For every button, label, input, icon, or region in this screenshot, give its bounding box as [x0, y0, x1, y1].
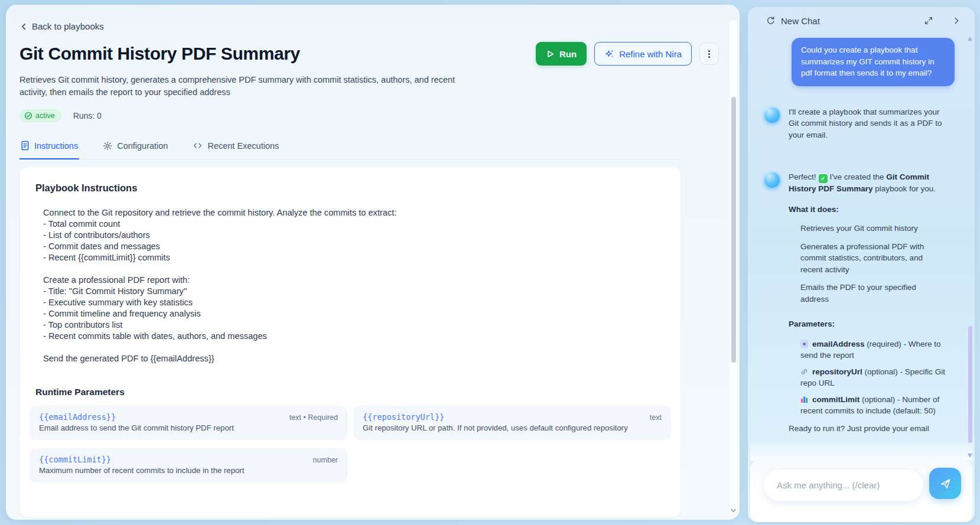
play-icon — [546, 50, 555, 58]
instructions-text: Connect to the Git repository and retrie… — [43, 207, 657, 364]
tab-instructions-label: Instructions — [34, 141, 78, 151]
assistant-details: What it does: Retrieves your Git commit … — [789, 204, 947, 417]
header-actions: Run Refine with Nira — [536, 42, 719, 66]
param-name: {{emailAddress}} — [39, 412, 116, 422]
reset-chat-icon[interactable] — [766, 16, 776, 25]
tab-instructions[interactable]: Instructions — [19, 137, 79, 159]
instructions-card: Playbook Instructions Connect to the Git… — [20, 167, 681, 517]
chat-header: New Chat — [748, 7, 975, 34]
confirm-prefix: Perfect! — [789, 172, 816, 181]
check-mark-icon: ✓ — [819, 174, 828, 183]
document-icon — [21, 141, 30, 151]
status-badge: active — [19, 109, 61, 122]
list-item: commitLimit (optional) - Number of recen… — [800, 394, 948, 417]
param-type: text • Required — [289, 413, 338, 422]
send-button[interactable] — [929, 468, 961, 499]
tab-bar: Instructions Configuration Recent Execut… — [19, 137, 681, 159]
what-it-does-label: What it does: — [789, 204, 947, 216]
what-it-does-list: Retrieves your Git commit history Genera… — [800, 223, 941, 305]
run-button-label: Run — [559, 49, 577, 59]
param-name: {{repositoryUrl}} — [363, 412, 444, 422]
assistant-message-text: Perfect!✓I've created the Git Commit His… — [789, 171, 943, 195]
title-row: Git Commit History PDF Summary Run Refin… — [19, 42, 719, 66]
expand-icon[interactable] — [924, 16, 933, 25]
chat-scroll-down-arrow[interactable] — [968, 454, 972, 458]
chat-title: New Chat — [781, 16, 820, 26]
runtime-parameters-heading: Runtime Parameters — [35, 387, 125, 397]
list-item: Emails the PDF to your specified address — [800, 282, 941, 305]
bar-chart-icon — [800, 396, 808, 403]
link-icon — [800, 368, 808, 376]
list-item: Retrieves your Git commit history — [800, 223, 941, 234]
status-badge-label: active — [35, 112, 55, 120]
back-to-playbooks-link[interactable]: Back to playbooks — [19, 21, 104, 31]
parameters-label: Parameters: — [789, 318, 947, 330]
instructions-heading: Playbook Instructions — [35, 182, 137, 194]
param-description: Git repository URL or path. If not provi… — [363, 423, 662, 432]
runs-count: Runs: 0 — [73, 111, 102, 120]
paper-plane-icon — [939, 478, 951, 490]
kebab-icon — [708, 53, 710, 55]
email-icon — [800, 340, 808, 348]
tab-configuration[interactable]: Configuration — [102, 137, 169, 159]
sparkles-icon — [604, 49, 614, 59]
refine-with-nira-button[interactable]: Refine with Nira — [594, 42, 692, 66]
param-type: number — [313, 456, 338, 464]
playbook-detail-panel: Back to playbooks Git Commit History PDF… — [6, 5, 740, 520]
gear-icon — [103, 141, 112, 151]
chevron-right-icon[interactable] — [953, 16, 961, 25]
param-card-emailaddress: {{emailAddress}} text • Required Email a… — [30, 406, 347, 440]
runtime-parameters-grid: {{emailAddress}} text • Required Email a… — [30, 406, 671, 482]
chat-input[interactable] — [764, 469, 923, 501]
assistant-avatar — [763, 106, 781, 124]
main-scrollbar-thumb[interactable] — [731, 97, 736, 363]
code-icon — [193, 141, 203, 150]
check-circle-icon — [24, 112, 32, 120]
playbook-description: Retrieves Git commit history, generates … — [19, 74, 481, 98]
param-type: text — [650, 413, 662, 422]
param-description: Maximum number of recent commits to incl… — [39, 466, 338, 475]
tab-recent-executions[interactable]: Recent Executions — [191, 137, 280, 159]
assistant-message: I'll create a playbook that summarizes y… — [763, 106, 955, 141]
chat-fade-overlay — [750, 441, 972, 461]
back-link-label: Back to playbooks — [32, 21, 104, 31]
param-card-commitlimit: {{commitLimit}} number Maximum number of… — [30, 448, 347, 482]
refine-button-label: Refine with Nira — [619, 49, 682, 59]
chat-scrollbar-thumb[interactable] — [968, 326, 972, 443]
chat-input-area — [750, 461, 972, 522]
confirm-mid: I've created the — [830, 172, 887, 181]
chevron-down-icon[interactable] — [731, 508, 736, 513]
chat-message-list: Could you create a playbook that summari… — [748, 34, 975, 461]
more-options-button[interactable] — [699, 43, 719, 65]
run-button[interactable]: Run — [536, 42, 587, 66]
tab-recent-executions-label: Recent Executions — [207, 141, 279, 151]
param-description: Email address to send the Git commit his… — [39, 423, 338, 432]
assistant-message: Perfect!✓I've created the Git Commit His… — [763, 171, 955, 195]
parameters-list: emailAddress (required) - Where to send … — [800, 338, 948, 417]
chevron-left-icon — [19, 22, 28, 31]
confirm-suffix: playbook for you. — [873, 184, 936, 193]
user-message-bubble: Could you create a playbook that summari… — [792, 38, 955, 86]
assistant-message-text: I'll create a playbook that summarizes y… — [789, 106, 943, 141]
list-item: Generates a professional PDF with commit… — [800, 241, 941, 276]
list-item: repositoryUrl (optional) - Specific Git … — [800, 366, 948, 389]
assistant-teaser-text: Ready to run it? Just provide your email — [789, 424, 954, 433]
meta-row: active Runs: 0 — [19, 109, 102, 122]
chat-scroll-up-arrow[interactable] — [968, 37, 972, 41]
nira-chat-panel: New Chat Could you create a playbook tha… — [748, 7, 975, 522]
tab-configuration-label: Configuration — [117, 141, 168, 151]
param-card-repositoryurl: {{repositoryUrl}} text Git repository UR… — [353, 406, 671, 440]
param-name: {{commitLimit}} — [39, 455, 111, 464]
page-title: Git Commit History PDF Summary — [19, 44, 300, 64]
main-scrollbar[interactable] — [730, 20, 737, 515]
list-item: emailAddress (required) - Where to send … — [800, 338, 948, 361]
assistant-avatar — [763, 171, 781, 189]
